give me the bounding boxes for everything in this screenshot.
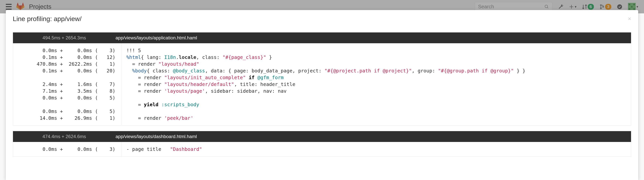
code-row: - page title "Dashboard" (126, 146, 631, 153)
code-area: 0.0ms + 0.0ms ( 3)0.1ms + 0.0ms ( 12)470… (13, 43, 631, 125)
user-avatar[interactable]: ▾ (628, 3, 638, 11)
code-row (126, 108, 631, 115)
code-row: = render 'peek/bar' (126, 115, 631, 122)
file-block: 474.4ms + 2624.6msapp/views/layouts/dash… (13, 131, 631, 157)
code-row: = render "layouts/header/default", title… (126, 81, 631, 88)
file-block: 494.5ms + 2654.3msapp/views/layouts/appl… (13, 32, 631, 126)
modal-title: Line profiling: app/view/ (13, 15, 631, 23)
file-header: 474.4ms + 2624.6msapp/views/layouts/dash… (13, 131, 631, 142)
timing-row: 0.0ms + 0.0ms ( 5) (13, 94, 115, 101)
timing-row: 0.1ms + 0.0ms ( 12) (13, 54, 115, 61)
search-placeholder: Search (478, 4, 544, 10)
file-timing-summary: 474.4ms + 2624.6ms (13, 134, 116, 139)
svg-point-0 (545, 5, 548, 8)
svg-rect-13 (633, 8, 635, 10)
code-row (126, 94, 631, 101)
svg-rect-9 (629, 4, 630, 5)
timing-row: 2.4ms + 1.6ms ( 7) (13, 81, 115, 88)
svg-point-5 (600, 8, 602, 9)
timing-column: 0.0ms + 0.0ms ( 3) (13, 142, 121, 157)
code-area: 0.0ms + 0.0ms ( 3)- page title "Dashboar… (13, 142, 631, 157)
plus-icon[interactable]: ▾ (569, 4, 576, 9)
file-header: 494.5ms + 2654.3msapp/views/layouts/appl… (13, 32, 631, 43)
todos-icon[interactable] (617, 4, 622, 10)
timing-row: 7.1ms + 3.5ms ( 8) (13, 88, 115, 94)
timing-row: 0.0ms + 0.0ms ( 3) (13, 47, 115, 54)
header-actions: ▾ 6 3 ▾ (558, 3, 638, 11)
timing-row (13, 74, 115, 81)
code-row: = render 'layouts/page', sidebar: sideba… (126, 88, 631, 94)
code-row: = yield :scripts_body (126, 101, 631, 108)
page-title: Projects (29, 3, 52, 10)
file-path: app/views/layouts/dashboard.html.haml (116, 134, 197, 139)
svg-line-1 (547, 7, 548, 8)
file-path: app/views/layouts/application.html.haml (116, 35, 197, 40)
code-row: !!! 5 (126, 47, 631, 54)
mr-badge: 6 (588, 4, 594, 10)
code-column: !!! 5%html{ lang: I18n.locale, class: "#… (121, 43, 631, 125)
code-column: - page title "Dashboard" (121, 142, 631, 157)
svg-point-4 (600, 4, 602, 5)
line-profiling-modal: Line profiling: app/view/ × 494.5ms + 26… (6, 10, 638, 180)
mr-counter[interactable]: 6 (582, 4, 594, 10)
svg-rect-10 (633, 4, 635, 5)
svg-point-6 (602, 6, 604, 7)
timing-row: 0.0ms + 0.0ms ( 5) (13, 108, 115, 115)
file-timing-summary: 494.5ms + 2654.3ms (13, 35, 116, 40)
svg-rect-12 (629, 8, 630, 10)
issues-badge: 3 (605, 4, 611, 10)
code-row: = render "layouts/init_auto_complete" if… (126, 74, 631, 81)
timing-row: 14.0ms + 26.9ms ( 1) (13, 115, 115, 122)
timing-row: 470.8ms + 2622.2ms ( 1) (13, 61, 115, 67)
code-row: = render "layouts/head" (126, 61, 631, 67)
menu-icon[interactable] (6, 4, 12, 10)
wrench-icon[interactable] (558, 4, 564, 9)
timing-row: 0.0ms + 0.0ms ( 3) (13, 146, 115, 153)
svg-rect-11 (631, 6, 632, 7)
close-icon[interactable]: × (628, 15, 631, 22)
timing-column: 0.0ms + 0.0ms ( 3)0.1ms + 0.0ms ( 12)470… (13, 43, 121, 125)
timing-row (13, 101, 115, 108)
timing-row: 0.1ms + 0.0ms ( 20) (13, 67, 115, 74)
code-row: %body{ class: @body_class, data: { page:… (126, 67, 631, 74)
search-icon (544, 4, 549, 9)
gitlab-logo[interactable] (16, 2, 24, 11)
issues-counter[interactable]: 3 (599, 4, 611, 10)
code-row: %html{ lang: I18n.locale, class: "#{page… (126, 54, 631, 61)
